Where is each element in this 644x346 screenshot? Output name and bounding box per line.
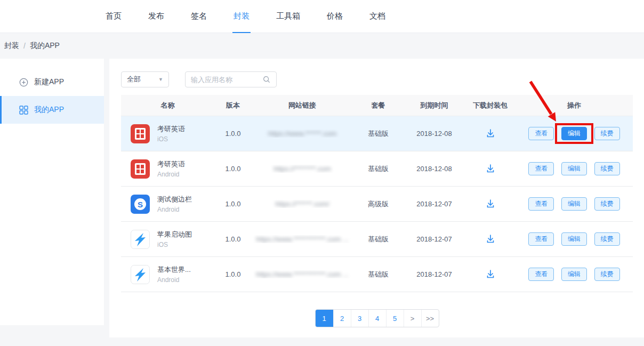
breadcrumb-packaging[interactable]: 封装 xyxy=(4,41,19,51)
sidebar-item-label: 新建APP xyxy=(34,77,64,87)
filter-select[interactable]: 全部 ▼ xyxy=(121,71,169,87)
name-cell: S 基本世界... Android xyxy=(121,265,214,284)
chevron-down-icon: ▼ xyxy=(158,77,163,82)
app-expire-date: 2018-12-07 xyxy=(404,200,465,208)
col-header-expiry: 到期时间 xyxy=(404,101,465,110)
download-package-button[interactable] xyxy=(485,163,496,175)
app-name: 测试侧边栏 xyxy=(157,195,192,204)
table-row: S 基本世界... Android 1.0.0 https://www.****… xyxy=(121,257,633,292)
download-cell xyxy=(465,163,516,175)
page-button-5[interactable]: 5 xyxy=(386,310,404,327)
download-package-button[interactable] xyxy=(485,234,496,245)
app-plan: 基础版 xyxy=(353,164,404,174)
edit-button-annotation-box: 编辑 xyxy=(559,162,590,175)
app-icon: S xyxy=(131,265,150,284)
svg-text:S: S xyxy=(138,199,143,208)
last-page-button[interactable]: >> xyxy=(421,310,439,327)
sidebar-item-my-app[interactable]: 我的APP xyxy=(0,96,104,124)
nav-item-home[interactable]: 首页 xyxy=(104,0,123,33)
sidebar-item-new-app[interactable]: 新建APP xyxy=(0,68,104,96)
col-header-name: 名称 xyxy=(121,101,214,110)
app-icon: S xyxy=(131,230,150,249)
renew-button[interactable]: 续费 xyxy=(594,127,620,140)
table-row: S 考研英语 Android 1.0.0 https://********.co… xyxy=(121,151,633,187)
search-input[interactable] xyxy=(191,76,262,84)
download-package-button[interactable] xyxy=(485,269,496,280)
filter-value: 全部 xyxy=(127,75,141,84)
page-button-3[interactable]: 3 xyxy=(351,310,368,327)
actions-cell: 查看 编辑 续费 xyxy=(516,232,633,246)
app-plan: 基础版 xyxy=(353,235,404,244)
table-body: S 考研英语 iOS 1.0.0 https://www.******.com … xyxy=(121,116,633,292)
page-button-1[interactable]: 1 xyxy=(316,310,333,327)
app-platform: Android xyxy=(157,206,192,213)
app-icon: S xyxy=(131,195,150,214)
renew-button[interactable]: 续费 xyxy=(594,232,620,246)
download-icon xyxy=(485,234,496,244)
renew-button[interactable]: 续费 xyxy=(594,268,620,281)
app-plan: 基础版 xyxy=(353,270,404,279)
app-platform: Android xyxy=(157,276,191,284)
renew-button[interactable]: 续费 xyxy=(594,197,620,211)
table-row: S 测试侧边栏 Android 1.0.0 https://******.com… xyxy=(121,187,633,222)
name-wrap: 基本世界... Android xyxy=(157,265,191,284)
app-name: 苹果启动图 xyxy=(157,230,192,239)
film-icon xyxy=(131,124,150,143)
download-cell xyxy=(465,269,516,280)
url-cell: https://******.com/ xyxy=(252,200,353,208)
app-expire-date: 2018-12-08 xyxy=(404,165,465,173)
nav-item-packaging[interactable]: 封装 xyxy=(232,0,251,33)
edit-button[interactable]: 编辑 xyxy=(561,232,587,246)
col-header-version: 版本 xyxy=(214,101,252,110)
breadcrumb: 封装 / 我的APP xyxy=(0,33,644,59)
nav-item-docs[interactable]: 文档 xyxy=(368,0,387,33)
page: 首页 发布 签名 封装 工具箱 价格 文档 封装 / 我的APP 新建APP xyxy=(0,0,644,346)
edit-button[interactable]: 编辑 xyxy=(561,197,587,211)
edit-button[interactable]: 编辑 xyxy=(561,268,587,281)
page-button-2[interactable]: 2 xyxy=(333,310,351,327)
name-wrap: 苹果启动图 iOS xyxy=(157,230,192,248)
view-button[interactable]: 查看 xyxy=(528,162,554,175)
grid-icon xyxy=(19,106,28,115)
nav-item-signature[interactable]: 签名 xyxy=(190,0,208,33)
app-url-blurred: https://********.com xyxy=(273,165,331,173)
url-cell: https://www.************.com ... xyxy=(252,270,353,278)
main-panel: 全部 ▼ 名称 版本 网站链接 套餐 到期时间 xyxy=(109,59,644,337)
name-cell: S 考研英语 Android xyxy=(121,159,214,179)
nav-item-pricing[interactable]: 价格 xyxy=(326,0,344,33)
actions-cell: 查看 编辑 续费 xyxy=(516,127,633,140)
nav-item-publish[interactable]: 发布 xyxy=(147,0,165,33)
search-icon[interactable] xyxy=(262,75,271,84)
toolbar: 全部 ▼ xyxy=(121,71,633,87)
view-button[interactable]: 查看 xyxy=(528,197,554,211)
app-platform: iOS xyxy=(157,135,185,143)
col-header-website: 网站链接 xyxy=(252,101,353,110)
app-plan: 基础版 xyxy=(353,129,404,139)
bird-icon xyxy=(131,265,150,284)
pagination: 1 2 3 4 5 > >> xyxy=(315,309,439,327)
actions-cell: 查看 编辑 续费 xyxy=(516,197,633,211)
download-package-button[interactable] xyxy=(485,128,496,140)
nav-item-toolbox[interactable]: 工具箱 xyxy=(275,0,301,33)
app-version: 1.0.0 xyxy=(214,165,252,173)
app-expire-date: 2018-12-08 xyxy=(404,130,465,138)
edit-button[interactable]: 编辑 xyxy=(561,162,587,175)
view-button[interactable]: 查看 xyxy=(528,232,554,246)
url-cell: https://********.com xyxy=(252,165,353,173)
name-wrap: 考研英语 iOS xyxy=(157,124,185,143)
view-button[interactable]: 查看 xyxy=(528,127,554,140)
edit-button-annotation-box: 编辑 xyxy=(559,127,590,140)
download-package-button[interactable] xyxy=(485,198,496,210)
view-button[interactable]: 查看 xyxy=(528,268,554,281)
edit-button-annotation-box: 编辑 xyxy=(559,197,590,211)
edit-button[interactable]: 编辑 xyxy=(561,127,587,140)
table-row: S 苹果启动图 iOS 1.0.0 https://www.**********… xyxy=(121,222,633,257)
app-plan: 高级版 xyxy=(353,199,404,209)
col-header-actions: 操作 xyxy=(516,101,633,110)
app-version: 1.0.0 xyxy=(214,130,252,138)
url-cell: https://www.******.com xyxy=(252,130,353,138)
renew-button[interactable]: 续费 xyxy=(594,162,620,175)
page-button-4[interactable]: 4 xyxy=(368,310,386,327)
sidebar: 新建APP 我的APP xyxy=(0,59,104,325)
next-page-button[interactable]: > xyxy=(404,310,421,327)
